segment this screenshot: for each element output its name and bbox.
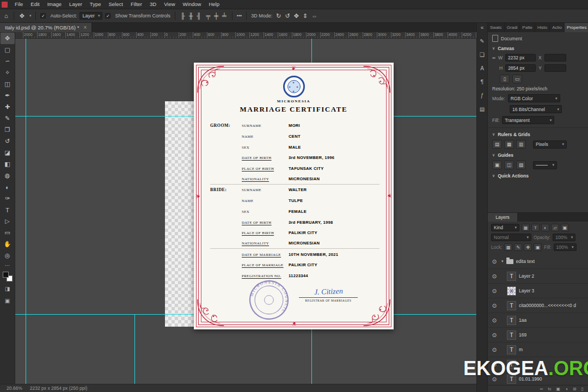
chevron-down-icon[interactable]: ∨: [492, 132, 495, 137]
add-guide-icon[interactable]: ▣: [492, 161, 502, 169]
lock-paint-icon[interactable]: ✎: [514, 243, 522, 251]
menu-item[interactable]: Filter: [127, 0, 146, 9]
filter-image-icon[interactable]: ▦: [522, 224, 530, 231]
glyphs-panel-icon[interactable]: ƒ: [481, 93, 484, 99]
filter-smart-object-icon[interactable]: ▣: [561, 224, 569, 231]
lock-transparency-icon[interactable]: ▩: [504, 243, 512, 251]
guide-style-select[interactable]: ▾: [533, 161, 557, 169]
chevron-down-icon[interactable]: ∨: [492, 174, 495, 178]
brush-settings-icon[interactable]: ✎: [480, 38, 484, 44]
menu-item[interactable]: Window: [179, 0, 205, 9]
menu-item[interactable]: Image: [44, 0, 65, 9]
close-icon[interactable]: ×: [83, 24, 87, 30]
path-selection-tool[interactable]: ▷: [1, 216, 15, 227]
ruler-toggle-icon[interactable]: ▤: [492, 140, 502, 149]
grid-toggle-icon[interactable]: ▦: [504, 140, 514, 149]
menu-item[interactable]: Help: [205, 0, 223, 9]
filter-shape-icon[interactable]: ▱: [551, 224, 559, 231]
canvas-fill-select[interactable]: Transparent ▾: [502, 116, 554, 124]
color-mode-select[interactable]: RGB Color ▾: [508, 94, 560, 102]
tool-preset-caret-icon[interactable]: ▾: [29, 14, 32, 18]
layer-row[interactable]: ⊙ ▾ T edita text: [488, 254, 588, 269]
snap-toggle-icon[interactable]: ▥: [516, 140, 526, 149]
portrait-orientation-icon[interactable]: ▯: [500, 75, 510, 83]
menu-item[interactable]: 3D: [146, 0, 160, 9]
canvas-width-input[interactable]: 2232 px: [505, 54, 536, 62]
dodge-tool[interactable]: ◐: [1, 181, 15, 193]
clone-stamp-tool[interactable]: ❐: [1, 124, 15, 136]
character-panel-icon[interactable]: A: [480, 65, 484, 71]
visibility-eye-icon[interactable]: ⊙: [490, 259, 499, 265]
type-tool[interactable]: T: [1, 204, 15, 216]
guide-vertical[interactable]: [26, 39, 26, 384]
adjustment-layer-icon[interactable]: ◑: [565, 387, 568, 391]
healing-brush-tool[interactable]: ✚: [1, 101, 15, 113]
clone-source-icon[interactable]: ❏: [480, 52, 485, 58]
zoom-tool[interactable]: ◎: [1, 250, 15, 261]
clear-guides-icon[interactable]: ▧: [516, 161, 526, 169]
align-center-icon[interactable]: ╫: [188, 13, 194, 19]
visibility-eye-icon[interactable]: ⊙: [490, 332, 499, 338]
group-expand-icon[interactable]: ▾: [501, 259, 504, 264]
history-brush-tool[interactable]: ↺: [1, 136, 15, 147]
eyedropper-tool[interactable]: ✒: [1, 90, 15, 101]
active-tool-icon[interactable]: ✥: [19, 13, 26, 20]
libraries-panel-icon[interactable]: ▤: [480, 106, 485, 112]
menu-item[interactable]: Type: [86, 0, 105, 9]
3d-drag-icon[interactable]: ✥: [293, 13, 300, 20]
align-top-icon[interactable]: ╤: [205, 13, 211, 19]
3d-roll-icon[interactable]: ↺: [284, 13, 291, 20]
screen-mode-icon[interactable]: ▣: [1, 296, 15, 305]
new-layer-icon[interactable]: ⊞: [573, 387, 577, 391]
menu-item[interactable]: Edit: [27, 0, 43, 9]
gradient-tool[interactable]: ◧: [1, 158, 15, 170]
marquee-tool[interactable]: ▢: [1, 44, 15, 56]
quick-mask-icon[interactable]: ◨: [1, 284, 15, 293]
paragraph-panel-icon[interactable]: ¶: [481, 79, 483, 85]
3d-scale-icon[interactable]: ⇔: [310, 13, 318, 20]
panel-tab[interactable]: Patte: [520, 23, 535, 32]
menu-item[interactable]: Select: [105, 0, 126, 9]
align-middle-icon[interactable]: ╪: [213, 13, 219, 19]
layer-fill-select[interactable]: 100% ▾: [554, 243, 577, 251]
layer-row[interactable]: ⊙ ▾ T Layer 3: [488, 284, 588, 298]
panel-tab[interactable]: Swatc: [488, 23, 505, 32]
layer-effects-icon[interactable]: fx: [548, 387, 551, 391]
align-left-icon[interactable]: ╟: [180, 13, 186, 19]
home-icon[interactable]: ⌂: [3, 13, 9, 19]
color-swatches[interactable]: [3, 272, 13, 281]
move-tool[interactable]: ✥: [1, 33, 15, 44]
layer-thumbnail[interactable]: [507, 286, 516, 296]
eraser-tool[interactable]: ◪: [1, 147, 15, 158]
document-tab[interactable]: Italy id.psd @ 20.7% (RGB/16) * ×: [0, 23, 92, 32]
blur-tool[interactable]: ◍: [1, 170, 15, 181]
crop-tool[interactable]: ◫: [1, 78, 15, 90]
quick-selection-tool[interactable]: ✧: [1, 67, 15, 78]
lasso-tool[interactable]: ∽: [1, 56, 15, 67]
layer-name[interactable]: m: [519, 347, 523, 352]
visibility-eye-icon[interactable]: ⊙: [490, 347, 499, 353]
menu-item[interactable]: File: [11, 0, 27, 9]
chevron-down-icon[interactable]: ∨: [492, 153, 495, 157]
bit-depth-select[interactable]: 16 Bits/Channel ▾: [510, 105, 562, 113]
align-bottom-icon[interactable]: ╧: [221, 13, 228, 19]
guide-vertical[interactable]: [134, 314, 135, 384]
blend-mode-select[interactable]: Normal ▾: [491, 234, 531, 241]
delete-layer-icon[interactable]: ▯: [581, 387, 584, 391]
lock-all-icon[interactable]: ▣: [534, 243, 542, 251]
auto-select-target-select[interactable]: Layer ▾: [79, 12, 102, 20]
brush-tool[interactable]: ✎: [1, 113, 15, 124]
more-options-icon[interactable]: •••: [237, 13, 242, 19]
layer-name[interactable]: 169: [519, 332, 526, 338]
shape-tool[interactable]: ▭: [1, 227, 15, 238]
visibility-eye-icon[interactable]: ⊙: [490, 273, 499, 279]
zoom-level[interactable]: 20.66%: [7, 385, 22, 391]
panel-tab[interactable]: Histo: [535, 23, 550, 32]
chevron-down-icon[interactable]: ∨: [492, 46, 495, 51]
opacity-select[interactable]: 100% ▾: [553, 234, 575, 241]
link-layers-icon[interactable]: ∞: [540, 387, 543, 391]
3d-rotate-icon[interactable]: ↻: [275, 13, 282, 20]
tab-layers[interactable]: Layers: [488, 213, 517, 222]
collapse-panels-icon[interactable]: «: [481, 24, 484, 30]
canvas-area[interactable]: ❦ ❦ ❦ ❦ ✦ ✦ ✦ ✦ MICRONESIA MARRIAGE CERT…: [15, 39, 476, 384]
